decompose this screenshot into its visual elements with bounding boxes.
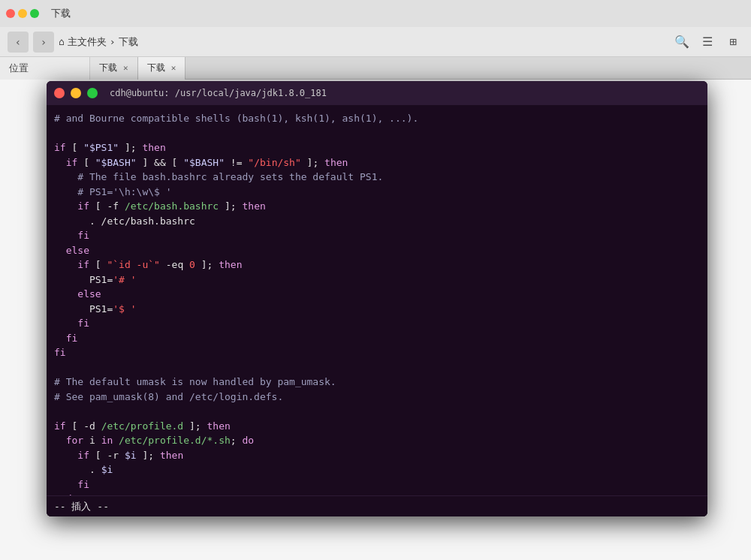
fm-titlebar: 下载 (0, 0, 751, 27)
line-19: # The default umask is now handled by pa… (54, 375, 700, 390)
terminal-window[interactable]: cdh@ubuntu: /usr/local/java/jdk1.8.0_181… (47, 81, 707, 516)
line-1: # and Bourne compatible shells (bash(1),… (54, 111, 700, 126)
line-20: # See pam_umask(8) and /etc/login.defs. (54, 390, 700, 405)
fm-breadcrumb: ⌂ 主文件夹 › 下载 (59, 35, 138, 49)
line-blank-1 (54, 126, 700, 141)
terminal-close-btn[interactable] (54, 88, 65, 98)
breadcrumb-downloads[interactable]: 下载 (119, 35, 138, 49)
line-13: else (54, 287, 700, 302)
line-6: # PS1='\h:\w\$ ' (54, 185, 700, 200)
home-icon: ⌂ (59, 36, 65, 47)
fm-tab-1[interactable]: 下载 ✕ (90, 57, 138, 80)
line-12: PS1='# ' (54, 272, 700, 288)
fm-nav-actions: 🔍 ☰ ⊞ (671, 32, 743, 53)
line-23: for i in /etc/profile.d/*.sh; do (54, 433, 700, 448)
breadcrumb-home[interactable]: 主文件夹 (68, 35, 107, 49)
line-11: if [ "`id -u`" -eq 0 ]; then (54, 257, 700, 272)
line-9: fi (54, 228, 700, 243)
breadcrumb-separator: › (110, 36, 116, 47)
search-icon[interactable]: 🔍 (671, 32, 692, 53)
fm-max-btn[interactable] (30, 9, 39, 18)
vim-mode-label: -- 插入 -- (54, 500, 109, 513)
line-blank-2 (54, 360, 700, 375)
fm-forward-btn[interactable]: › (33, 32, 54, 53)
fm-min-btn[interactable] (18, 9, 27, 18)
line-7: if [ -f /etc/bash.bashrc ]; then (54, 199, 700, 214)
fm-title: 下载 (51, 7, 71, 20)
fm-tab-2-close[interactable]: ✕ (171, 63, 176, 73)
fm-tab-1-close[interactable]: ✕ (123, 63, 128, 73)
terminal-title: cdh@ubuntu: /usr/local/java/jdk1.8.0_181 (110, 88, 327, 98)
line-14: PS1='$ ' (54, 302, 700, 317)
line-3: if [ "$PS1" ]; then (54, 140, 700, 155)
terminal-titlebar: cdh@ubuntu: /usr/local/java/jdk1.8.0_181 (47, 81, 707, 105)
line-17: fi (54, 345, 700, 360)
fm-tab-2[interactable]: 下载 ✕ (138, 57, 186, 80)
line-24: if [ -r $i ]; then (54, 448, 700, 463)
terminal-maximize-btn[interactable] (87, 88, 98, 98)
fm-close-btn[interactable] (6, 9, 15, 18)
line-25: . $i (54, 462, 700, 477)
fm-titlebar-controls (6, 9, 39, 18)
fm-tab-2-label: 下载 (147, 62, 165, 74)
grid-icon[interactable]: ⊞ (722, 32, 743, 53)
terminal-body[interactable]: # and Bourne compatible shells (bash(1),… (47, 105, 707, 516)
terminal-minimize-btn[interactable] (71, 88, 81, 98)
line-26: fi (54, 477, 700, 492)
line-10: else (54, 243, 700, 258)
fm-navbar: ‹ › ⌂ 主文件夹 › 下载 🔍 ☰ ⊞ (0, 27, 751, 57)
line-4: if [ "$BASH" ] && [ "$BASH" != "/bin/sh"… (54, 155, 700, 170)
fm-back-btn[interactable]: ‹ (8, 32, 29, 53)
vim-status-bar: -- 插入 -- (47, 495, 707, 516)
line-8: . /etc/bash.bashrc (54, 214, 700, 229)
line-15: fi (54, 316, 700, 331)
menu-icon[interactable]: ☰ (697, 32, 718, 53)
fm-tab-1-label: 下载 (99, 62, 117, 74)
line-22: if [ -d /etc/profile.d ]; then (54, 419, 700, 434)
line-16: fi (54, 331, 700, 346)
line-5: # The file bash.bashrc already sets the … (54, 170, 700, 185)
fm-tabbar: 位置 下载 ✕ 下载 ✕ (0, 57, 751, 80)
line-blank-3 (54, 404, 700, 419)
fm-sidebar-label: 位置 (0, 57, 90, 80)
